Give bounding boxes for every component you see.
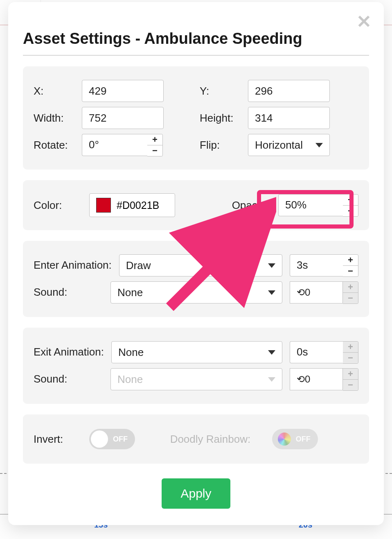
input-exit-duration[interactable] [290,341,343,363]
chevron-down-icon [268,350,275,355]
select-enter-sound-value: None [117,286,143,299]
label-width: Width: [34,112,74,125]
chevron-down-icon [268,377,275,382]
rotate-increment-button[interactable]: + [147,134,162,145]
close-icon[interactable]: ✕ [356,13,372,31]
input-exit-sound-loop[interactable]: ⟲ 0 [290,368,343,390]
select-enter-animation-value: Draw [126,259,151,272]
opacity-increment-button[interactable]: + [343,195,358,205]
section-transform: X: Y: Width: Height: Rotate: [23,66,369,170]
rainbow-icon [278,433,291,446]
input-enter-sound-loop[interactable]: ⟲ 0 [290,281,343,303]
loop-icon: ⟲ [297,287,305,298]
toggle-invert-state: OFF [113,435,128,444]
section-enter-animation: Enter Animation: Draw + − Sound: None [23,241,369,317]
section-invert-rainbow: Invert: OFF Doodly Rainbow: OFF [23,414,369,464]
input-height[interactable] [248,107,330,129]
exit-sound-loop-increment-button[interactable]: + [343,369,358,379]
color-picker[interactable]: #D0021B [89,193,175,217]
label-x: X: [34,85,74,97]
label-enter-sound: Sound: [34,286,103,299]
input-y[interactable] [248,80,330,102]
label-exit-sound: Sound: [34,373,103,385]
select-exit-animation-value: None [118,346,144,359]
label-exit-animation: Exit Animation: [34,346,104,358]
input-opacity[interactable] [278,194,343,216]
input-enter-duration[interactable] [290,254,343,276]
enter-sound-loop-increment-button[interactable]: + [343,282,358,292]
modal-title: Asset Settings - Ambulance Speeding [23,16,369,56]
apply-button[interactable]: Apply [162,478,230,509]
exit-duration-decrement-button[interactable]: − [343,352,358,363]
exit-sound-loop-decrement-button[interactable]: − [343,379,358,390]
select-exit-animation[interactable]: None [111,341,282,363]
label-color: Color: [34,199,82,212]
rotate-decrement-button[interactable]: − [147,145,162,156]
label-enter-animation: Enter Animation: [34,259,112,272]
label-y: Y: [200,85,241,97]
opacity-decrement-button[interactable]: − [343,205,358,216]
enter-duration-increment-button[interactable]: + [343,255,358,265]
label-flip: Flip: [200,139,241,152]
chevron-down-icon [268,263,275,268]
input-width[interactable] [82,107,164,129]
color-hex-value: #D0021B [117,199,159,211]
select-enter-sound[interactable]: None [110,281,282,303]
toggle-invert[interactable]: OFF [89,429,135,449]
label-doodly-rainbow: Doodly Rainbow: [170,433,251,446]
input-rotate[interactable] [82,134,147,156]
asset-settings-modal: ✕ Asset Settings - Ambulance Speeding X:… [8,2,384,525]
label-height: Height: [200,112,241,125]
section-exit-animation: Exit Animation: None + − Sound: None [23,328,369,404]
select-exit-sound: None [110,368,282,390]
toggle-doodly-rainbow: OFF [272,429,318,449]
loop-icon: ⟲ [297,374,305,385]
toggle-rainbow-state: OFF [296,435,311,444]
select-exit-sound-value: None [117,373,143,386]
exit-duration-increment-button[interactable]: + [343,342,358,352]
label-opacity: Opacity: [232,199,271,212]
select-enter-animation[interactable]: Draw [119,254,282,276]
color-swatch [96,198,111,213]
enter-sound-loop-decrement-button[interactable]: − [343,292,358,303]
label-rotate: Rotate: [34,139,74,152]
select-flip-value: Horizontal [255,139,303,152]
select-flip[interactable]: Horizontal [248,134,330,156]
input-x[interactable] [82,80,164,102]
chevron-down-icon [315,143,323,147]
chevron-down-icon [268,290,275,295]
enter-duration-decrement-button[interactable]: − [343,265,358,276]
label-invert: Invert: [34,433,82,446]
section-appearance: Color: #D0021B Opacity: + − [23,180,369,230]
